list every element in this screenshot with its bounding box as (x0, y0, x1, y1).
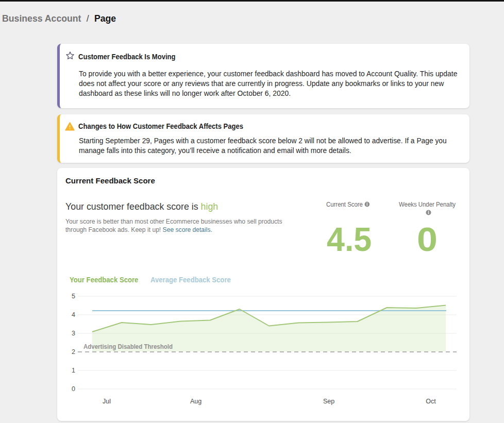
svg-text:3: 3 (72, 330, 75, 337)
svg-text:Aug: Aug (190, 398, 201, 405)
svg-text:1: 1 (72, 367, 75, 374)
svg-text:4: 4 (72, 311, 75, 318)
svg-text:Oct: Oct (426, 398, 436, 405)
svg-text:5: 5 (72, 293, 75, 300)
svg-text:Jul: Jul (103, 398, 111, 405)
svg-text:Advertising Disabled Threshold: Advertising Disabled Threshold (83, 343, 173, 350)
svg-text:Sep: Sep (323, 398, 334, 405)
svg-text:2: 2 (72, 348, 75, 356)
svg-text:0: 0 (72, 385, 75, 393)
